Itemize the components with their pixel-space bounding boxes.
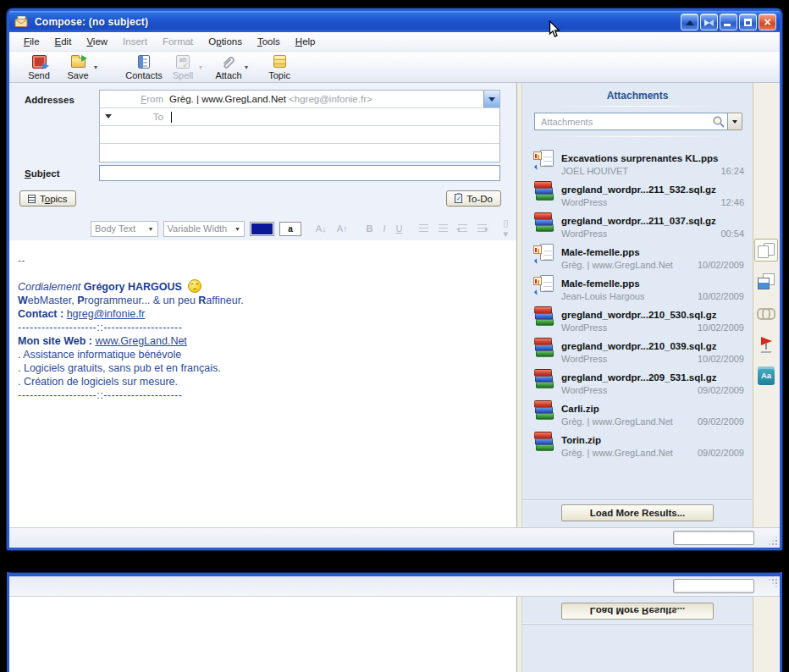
menu-file[interactable]: File — [16, 34, 47, 49]
pin-button[interactable] — [700, 14, 718, 30]
mouse-cursor — [549, 20, 560, 38]
resize-grip[interactable] — [775, 543, 777, 545]
todo-icon: ✓ — [455, 194, 462, 203]
from-dropdown-button[interactable] — [483, 91, 499, 107]
signature-separator: -- — [18, 254, 506, 267]
search-dropdown-button[interactable] — [728, 113, 742, 130]
compose-column: Addresses From Grèg. | www.GregLand.Net … — [9, 83, 517, 527]
save-button[interactable]: Save — [58, 53, 97, 80]
rar-archive-icon — [533, 400, 555, 421]
signature-contact-line: Contact : hgreg@infonie.fr — [18, 307, 506, 321]
contacts-button[interactable]: Contacts — [124, 53, 163, 80]
attachment-row[interactable]: Male-femelle.pps Jean-Louis Hargous10/02… — [522, 273, 753, 304]
text-color-swatch[interactable] — [250, 222, 274, 236]
font-select[interactable]: Variable Width▼ — [163, 221, 245, 237]
load-more-button-mirrored: Load More Results... — [561, 603, 714, 620]
links-tab-button[interactable] — [754, 301, 778, 324]
images-icon — [758, 273, 775, 289]
smiley-emoticon — [188, 279, 201, 293]
spell-icon: ab — [176, 55, 190, 69]
decrease-font-icon: A↓ — [313, 223, 329, 234]
attachment-row[interactable]: Torin.zip Grèg. | www.GregLand.Net09/02/… — [522, 429, 753, 460]
rar-archive-icon — [533, 181, 555, 201]
italic-icon: I — [380, 223, 388, 234]
attachments-list: Excavations surprenantes KL.pps JOEL HOU… — [522, 147, 753, 460]
signature-name-line: Cordialement Grégory HARGOUS — [18, 279, 506, 294]
message-body-editor[interactable]: -- Cordialement Grégory HARGOUS WebMaste… — [9, 240, 516, 527]
attachment-row[interactable]: Excavations surprenantes KL.pps JOEL HOU… — [522, 147, 753, 179]
menubar: File Edit View Insert Format Options Too… — [9, 32, 780, 52]
empty-address-row[interactable] — [100, 144, 499, 162]
menu-view[interactable]: View — [79, 34, 115, 49]
dictionary-tab-button[interactable]: Aa — [754, 364, 778, 387]
to-row[interactable]: To — [100, 108, 499, 126]
increase-font-icon: A↑ — [334, 223, 350, 234]
bullet-list-icon — [419, 224, 428, 233]
dictionary-icon: Aa — [758, 366, 775, 385]
paragraph-style-select[interactable]: Body Text▼ — [91, 221, 158, 237]
attachment-row[interactable]: gregland_wordpr...211_532.sql.gz WordPre… — [522, 179, 753, 210]
menu-help[interactable]: Help — [288, 34, 323, 49]
attachment-row[interactable]: Carli.zip Grèg. | www.GregLand.Net09/02/… — [522, 398, 753, 429]
menu-tools[interactable]: Tools — [250, 34, 288, 49]
from-row[interactable]: From Grèg. | www.GregLand.Net <hgreg@inf… — [100, 91, 499, 108]
underline-icon: U — [394, 223, 406, 234]
send-button[interactable]: Send — [19, 53, 58, 80]
recipient-type-dropdown[interactable] — [105, 114, 112, 118]
sidebar-icon-strip: Aa — [753, 83, 779, 527]
signature-item: . Assistance informatique bénévole — [18, 348, 506, 361]
formatting-toolbar: Body Text▼ Variable Width▼ a A↓ A↑ B I U… — [9, 217, 516, 240]
close-icon: × — [759, 14, 775, 30]
attachment-row[interactable]: gregland_wordpr...210_039.sql.gz WordPre… — [522, 335, 753, 366]
subject-input[interactable] — [99, 165, 500, 181]
rar-archive-icon — [533, 338, 555, 358]
minimize-icon — [724, 24, 731, 26]
attachments-search-input[interactable] — [539, 116, 712, 128]
attachment-row[interactable]: gregland_wordpr...209_531.sql.gz WordPre… — [522, 366, 753, 398]
toolbar: Send Save ▾ Contacts ab Spell ▾ Attach ▾ — [9, 52, 780, 83]
shade-button[interactable] — [681, 14, 698, 30]
attachments-search[interactable] — [534, 113, 728, 130]
address-grid: From Grèg. | www.GregLand.Net <hgreg@inf… — [99, 90, 500, 162]
attach-dropdown-arrow[interactable]: ▾ — [245, 63, 248, 71]
images-tab-button[interactable] — [754, 270, 778, 293]
attachment-row[interactable]: gregland_wordpr...211_037.sql.gz WordPre… — [522, 210, 753, 241]
menu-options[interactable]: Options — [201, 34, 250, 49]
pps-file-icon — [533, 150, 555, 170]
address-form: Addresses From Grèg. | www.GregLand.Net … — [9, 83, 516, 217]
attachment-row[interactable]: gregland_wordpr...210_530.sql.gz WordPre… — [522, 304, 753, 335]
topics-icon — [28, 195, 36, 203]
contacts-icon — [138, 55, 150, 69]
contact-email-link[interactable]: hgreg@infonie.fr — [67, 308, 146, 320]
menu-edit[interactable]: Edit — [47, 34, 80, 49]
empty-address-row[interactable] — [100, 126, 499, 144]
close-button[interactable]: × — [759, 14, 776, 30]
envelope-icon — [14, 16, 30, 28]
titlebar[interactable]: Compose: (no subject) × — [9, 11, 780, 32]
minimize-button[interactable] — [720, 14, 737, 30]
save-icon — [71, 58, 86, 68]
topics-button[interactable]: Topics — [19, 190, 76, 207]
background-color-swatch[interactable]: a — [279, 222, 301, 236]
rar-archive-icon — [533, 369, 555, 389]
signature-item: . Création de logiciels sur mesure. — [18, 375, 506, 388]
insert-object-icon: ▯ ▾ — [501, 218, 516, 240]
todo-button[interactable]: ✓ To-Do — [446, 190, 501, 207]
save-dropdown-arrow[interactable]: ▾ — [94, 63, 97, 71]
topic-button[interactable]: Topic — [260, 53, 299, 80]
attachments-panel: Attachments Excavations surprenantes KL.… — [522, 83, 753, 527]
signature-divider: --------------------::------------------… — [18, 321, 506, 334]
attachments-tab-button[interactable] — [754, 239, 778, 262]
indent-icon — [477, 224, 487, 233]
load-more-button[interactable]: Load More Results... — [561, 504, 714, 521]
statusbar — [9, 527, 780, 548]
flag-tab-button[interactable] — [754, 333, 778, 355]
attach-button[interactable]: Attach — [209, 53, 248, 80]
outdent-icon — [458, 224, 467, 233]
status-progress-box — [673, 531, 754, 545]
attachment-row[interactable]: Male-femelle.pps Grèg. | www.GregLand.Ne… — [522, 241, 753, 273]
window-title: Compose: (no subject) — [35, 16, 148, 28]
website-link[interactable]: www.GregLand.Net — [95, 335, 186, 347]
maximize-button[interactable] — [739, 14, 757, 30]
subject-label: Subject — [25, 168, 60, 179]
